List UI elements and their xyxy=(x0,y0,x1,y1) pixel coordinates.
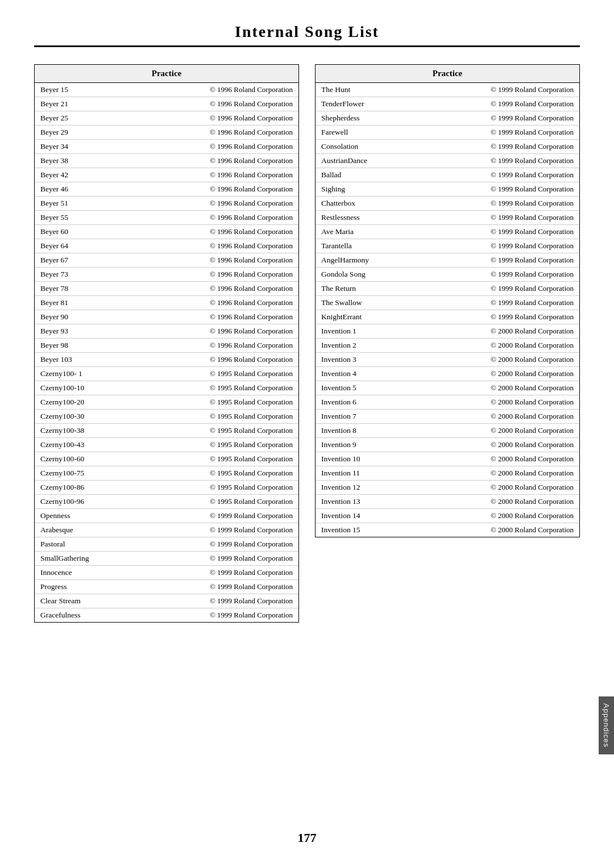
table-row: Beyer 67© 1996 Roland Corporation xyxy=(35,253,298,268)
song-name: Czerny100-60 xyxy=(35,452,137,466)
table-row: Arabesque© 1999 Roland Corporation xyxy=(35,523,298,537)
table-row: Beyer 98© 1996 Roland Corporation xyxy=(35,339,298,353)
table-row: Beyer 29© 1996 Roland Corporation xyxy=(35,126,298,140)
song-name: Czerny100-43 xyxy=(35,438,137,452)
table-row: Invention 12© 2000 Roland Corporation xyxy=(316,481,579,495)
copyright: © 1996 Roland Corporation xyxy=(137,168,298,182)
copyright: © 1996 Roland Corporation xyxy=(137,111,298,126)
song-name: Ave Maria xyxy=(316,225,417,239)
copyright: © 2000 Roland Corporation xyxy=(417,481,579,495)
copyright: © 1999 Roland Corporation xyxy=(417,197,579,211)
song-name: Arabesque xyxy=(35,523,137,537)
table-row: Invention 10© 2000 Roland Corporation xyxy=(316,452,579,466)
copyright: © 1996 Roland Corporation xyxy=(137,197,298,211)
song-name: TenderFlower xyxy=(316,97,417,111)
copyright: © 1999 Roland Corporation xyxy=(417,83,579,97)
song-name: Czerny100-96 xyxy=(35,495,137,509)
copyright: © 1996 Roland Corporation xyxy=(137,310,298,324)
song-name: Beyer 46 xyxy=(35,182,137,197)
table-row: Progress© 1999 Roland Corporation xyxy=(35,580,298,594)
copyright: © 1999 Roland Corporation xyxy=(417,168,579,182)
song-name: Invention 10 xyxy=(316,452,417,466)
table-row: Chatterbox© 1999 Roland Corporation xyxy=(316,197,579,211)
song-name: Openness xyxy=(35,509,137,523)
table-row: Ballad© 1999 Roland Corporation xyxy=(316,168,579,182)
tables-wrapper: Practice Beyer 15© 1996 Roland Corporati… xyxy=(34,64,580,623)
song-name: Progress xyxy=(35,580,137,594)
copyright: © 1996 Roland Corporation xyxy=(137,140,298,154)
copyright: © 1999 Roland Corporation xyxy=(417,268,579,282)
table-row: The Hunt© 1999 Roland Corporation xyxy=(316,83,579,97)
song-name: Beyer 25 xyxy=(35,111,137,126)
copyright: © 2000 Roland Corporation xyxy=(417,381,579,395)
copyright: © 1999 Roland Corporation xyxy=(137,566,298,580)
copyright: © 1999 Roland Corporation xyxy=(137,537,298,552)
song-name: Beyer 42 xyxy=(35,168,137,182)
song-name: Czerny100-30 xyxy=(35,410,137,424)
left-table-container: Practice Beyer 15© 1996 Roland Corporati… xyxy=(34,64,299,623)
table-row: Invention 5© 2000 Roland Corporation xyxy=(316,381,579,395)
copyright: © 1999 Roland Corporation xyxy=(417,282,579,296)
table-row: Invention 6© 2000 Roland Corporation xyxy=(316,395,579,410)
copyright: © 1999 Roland Corporation xyxy=(137,580,298,594)
song-name: Clear Stream xyxy=(35,594,137,608)
table-row: Farewell© 1999 Roland Corporation xyxy=(316,126,579,140)
copyright: © 1999 Roland Corporation xyxy=(417,211,579,225)
song-name: Czerny100-86 xyxy=(35,481,137,495)
song-name: SmallGathering xyxy=(35,552,137,566)
song-name: The Hunt xyxy=(316,83,417,97)
table-row: Innocence© 1999 Roland Corporation xyxy=(35,566,298,580)
copyright: © 1999 Roland Corporation xyxy=(137,608,298,623)
song-name: Czerny100-38 xyxy=(35,424,137,438)
song-name: Invention 8 xyxy=(316,424,417,438)
table-row: Gracefulness© 1999 Roland Corporation xyxy=(35,608,298,623)
table-row: TenderFlower© 1999 Roland Corporation xyxy=(316,97,579,111)
song-name: Beyer 64 xyxy=(35,239,137,253)
song-name: Beyer 67 xyxy=(35,253,137,268)
table-row: Invention 15© 2000 Roland Corporation xyxy=(316,523,579,537)
copyright: © 1996 Roland Corporation xyxy=(137,225,298,239)
copyright: © 1995 Roland Corporation xyxy=(137,495,298,509)
table-row: Beyer 34© 1996 Roland Corporation xyxy=(35,140,298,154)
copyright: © 1996 Roland Corporation xyxy=(137,154,298,168)
table-row: Openness© 1999 Roland Corporation xyxy=(35,509,298,523)
copyright: © 1996 Roland Corporation xyxy=(137,182,298,197)
table-row: Invention 13© 2000 Roland Corporation xyxy=(316,495,579,509)
song-name: Invention 15 xyxy=(316,523,417,537)
song-name: Restlessness xyxy=(316,211,417,225)
table-row: Invention 7© 2000 Roland Corporation xyxy=(316,410,579,424)
song-name: Gracefulness xyxy=(35,608,137,623)
left-table-header: Practice xyxy=(35,65,298,83)
copyright: © 2000 Roland Corporation xyxy=(417,339,579,353)
table-row: Tarantella© 1999 Roland Corporation xyxy=(316,239,579,253)
song-name: Czerny100-20 xyxy=(35,395,137,410)
song-name: Invention 12 xyxy=(316,481,417,495)
copyright: © 1995 Roland Corporation xyxy=(137,410,298,424)
table-row: Clear Stream© 1999 Roland Corporation xyxy=(35,594,298,608)
table-row: Invention 1© 2000 Roland Corporation xyxy=(316,324,579,339)
copyright: © 1999 Roland Corporation xyxy=(417,253,579,268)
copyright: © 2000 Roland Corporation xyxy=(417,452,579,466)
song-name: Beyer 93 xyxy=(35,324,137,339)
table-row: Beyer 25© 1996 Roland Corporation xyxy=(35,111,298,126)
table-row: Pastoral© 1999 Roland Corporation xyxy=(35,537,298,552)
table-row: Beyer 103© 1996 Roland Corporation xyxy=(35,353,298,367)
table-row: Restlessness© 1999 Roland Corporation xyxy=(316,211,579,225)
copyright: © 1996 Roland Corporation xyxy=(137,239,298,253)
copyright: © 1995 Roland Corporation xyxy=(137,367,298,381)
song-name: Invention 9 xyxy=(316,438,417,452)
table-row: Sighing© 1999 Roland Corporation xyxy=(316,182,579,197)
copyright: © 1999 Roland Corporation xyxy=(417,296,579,310)
left-table: Practice Beyer 15© 1996 Roland Corporati… xyxy=(35,65,298,622)
copyright: © 2000 Roland Corporation xyxy=(417,395,579,410)
table-row: Czerny100- 1© 1995 Roland Corporation xyxy=(35,367,298,381)
song-name: Invention 14 xyxy=(316,509,417,523)
table-row: Beyer 15© 1996 Roland Corporation xyxy=(35,83,298,97)
song-name: Chatterbox xyxy=(316,197,417,211)
song-name: Pastoral xyxy=(35,537,137,552)
copyright: © 1996 Roland Corporation xyxy=(137,253,298,268)
song-name: Innocence xyxy=(35,566,137,580)
song-name: Invention 13 xyxy=(316,495,417,509)
table-row: AngelHarmony© 1999 Roland Corporation xyxy=(316,253,579,268)
song-name: Czerny100-75 xyxy=(35,466,137,481)
